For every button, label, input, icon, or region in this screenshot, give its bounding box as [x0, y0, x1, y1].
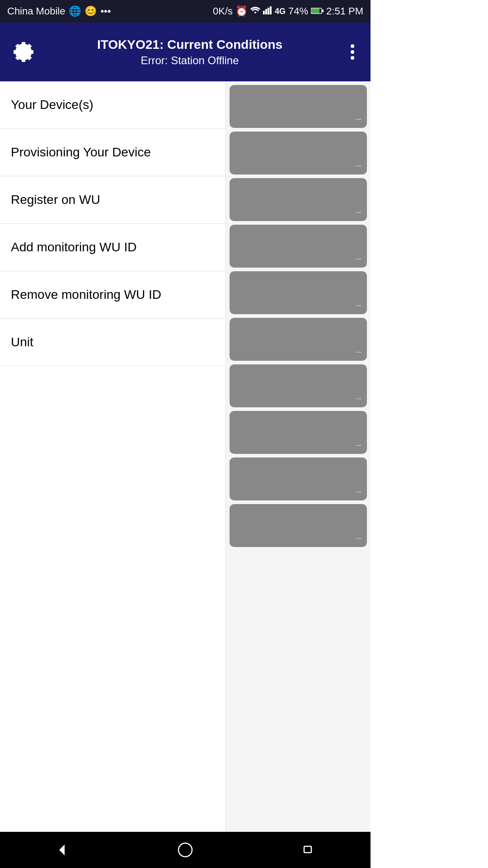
data-card-value-6: --: [356, 393, 361, 404]
recent-apps-button[interactable]: [295, 836, 322, 863]
svg-marker-7: [59, 844, 65, 855]
menu-item-add-monitoring[interactable]: Add monitoring WU ID: [0, 224, 225, 271]
data-card-value-2: --: [356, 207, 361, 217]
nav-bar: [0, 832, 371, 868]
data-card-3: --: [230, 225, 367, 268]
status-bar-right: 0K/s ⏰ 4G 74% 2:51 PM: [213, 5, 363, 17]
data-card-9: --: [230, 504, 367, 547]
data-card-value-9: --: [356, 533, 361, 543]
home-button[interactable]: [172, 836, 199, 863]
more-options-icon[interactable]: [343, 44, 361, 60]
network-speed: 0K/s: [213, 5, 233, 17]
toolbar: ITOKYO21: Current Conditions Error: Stat…: [0, 23, 371, 81]
data-card-1: --: [230, 132, 367, 175]
emoji-icon1: 🌐: [69, 5, 81, 17]
signal-icon: [263, 5, 272, 17]
data-card-value-4: --: [356, 300, 361, 311]
data-card-2: --: [230, 178, 367, 221]
time-label: 2:51 PM: [326, 5, 363, 17]
menu-item-provisioning[interactable]: Provisioning Your Device: [0, 129, 225, 176]
dot3: [351, 56, 354, 60]
app-subtitle: Error: Station Offline: [36, 53, 343, 67]
data-card-value-5: --: [356, 347, 361, 357]
menu-item-remove-monitoring[interactable]: Remove monitoring WU ID: [0, 271, 225, 319]
data-card-8: --: [230, 458, 367, 500]
emoji-icon2: 😊: [84, 5, 97, 17]
gear-icon[interactable]: [9, 38, 36, 66]
navigation-drawer: Your Device(s)Provisioning Your DeviceRe…: [0, 81, 226, 832]
data-content-area: --------------------: [226, 81, 371, 832]
svg-rect-1: [265, 9, 267, 14]
svg-rect-9: [304, 846, 311, 853]
toolbar-title: ITOKYO21: Current Conditions Error: Stat…: [36, 37, 343, 67]
alarm-icon: ⏰: [235, 5, 248, 17]
data-card-value-8: --: [356, 486, 361, 497]
menu-item-unit[interactable]: Unit: [0, 319, 225, 366]
data-card-6: --: [230, 364, 367, 407]
svg-rect-0: [263, 11, 265, 14]
ellipsis-icon: •••: [100, 5, 111, 17]
status-bar-left: China Mobile 🌐 😊 •••: [7, 5, 111, 17]
dot2: [351, 50, 354, 54]
wifi-icon: [250, 5, 260, 17]
carrier-label: China Mobile: [7, 5, 65, 17]
svg-rect-2: [267, 8, 269, 14]
data-card-7: --: [230, 411, 367, 454]
dot1: [351, 44, 354, 48]
data-card-value-0: --: [356, 114, 361, 124]
battery-label: 74%: [288, 5, 308, 17]
svg-rect-3: [270, 6, 272, 14]
data-card-5: --: [230, 318, 367, 361]
data-card-value-3: --: [356, 254, 361, 264]
data-card-4: --: [230, 271, 367, 314]
battery-icon: [311, 5, 324, 17]
status-bar: China Mobile 🌐 😊 ••• 0K/s ⏰ 4G 74%: [0, 0, 371, 23]
main-content: Your Device(s)Provisioning Your DeviceRe…: [0, 81, 371, 832]
menu-item-your-devices[interactable]: Your Device(s): [0, 81, 225, 129]
back-button[interactable]: [48, 836, 75, 863]
svg-rect-5: [311, 9, 319, 13]
svg-point-8: [178, 843, 192, 857]
data-card-value-1: --: [356, 160, 361, 171]
data-card-0: --: [230, 85, 367, 128]
svg-rect-6: [322, 9, 324, 12]
network-type-icon: 4G: [275, 7, 286, 16]
menu-item-register-wu[interactable]: Register on WU: [0, 176, 225, 224]
data-card-value-7: --: [356, 440, 361, 450]
app-title: ITOKYO21: Current Conditions: [36, 37, 343, 53]
